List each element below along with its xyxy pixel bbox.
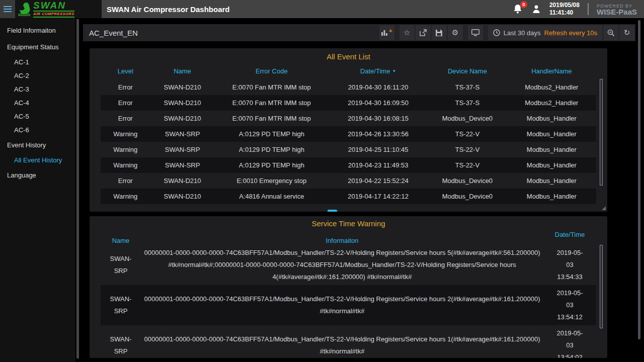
event-table-scrollbar[interactable] — [600, 79, 603, 186]
service-panel-title[interactable]: Service Time Warning — [90, 216, 607, 228]
notifications-button[interactable]: 0 — [513, 4, 523, 14]
event-cell-error-code: A:0129 PD TEMP high — [215, 146, 329, 153]
add-panel-icon — [381, 30, 388, 36]
service-table-header: NameInformaitonDate/Time — [101, 230, 596, 245]
event-cell-date-time: 2019-04-22 15:52:24 — [329, 177, 428, 185]
service-cell-datetime: 2019-05-03 13:54:02 — [543, 327, 596, 358]
event-cell-name: SWAN-D210 — [150, 115, 215, 122]
sidebar-item-event-history[interactable]: Event History — [0, 137, 75, 153]
dashboard-title[interactable]: AC_Event_EN — [83, 29, 138, 37]
add-panel-button[interactable]: + — [379, 25, 394, 40]
event-cell-level: Error — [101, 99, 150, 107]
service-table-body: SWAN-SRP00000001-0000-0000-0000-74C63BFF… — [101, 245, 596, 358]
logo-tagline-text: AIR COMPRESSORS — [33, 11, 74, 18]
tv-mode-button[interactable] — [468, 25, 483, 40]
event-table-header: LevelNameError CodeDate/Time▼Device Name… — [101, 64, 596, 78]
all-event-list-panel: All Event List LevelNameError CodeDate/T… — [90, 48, 607, 212]
share-button[interactable] — [416, 25, 431, 40]
service-cell-datetime: 2019-05-03 13:54:33 — [543, 247, 596, 283]
event-cell-device-name: Modbus_Device0 — [428, 177, 507, 185]
zoom-out-button[interactable] — [603, 25, 618, 40]
event-cell-handlername: Modbus2_Handler — [507, 83, 596, 91]
column-header-device-name[interactable]: Device Name — [428, 67, 507, 75]
datetime-display: 2019/05/08 11:41:40 — [549, 2, 580, 17]
event-panel-title[interactable]: All Event List — [90, 48, 607, 61]
pagination-page-3[interactable]: 3 — [360, 210, 369, 212]
event-row: ErrorSWAN-D210E:0070 Fan MTR IMM stop201… — [101, 111, 596, 126]
sidebar-item-ac-6[interactable]: AC-6 — [0, 123, 75, 137]
service-cell-name: SWAN-SRP — [101, 253, 141, 277]
service-table-scrollbar[interactable] — [600, 245, 603, 328]
event-cell-device-name: TS-37-S — [428, 99, 507, 107]
event-cell-error-code: A:0129 PD TEMP high — [215, 130, 329, 138]
column-header-name[interactable]: Name — [150, 67, 215, 75]
event-cell-handlername: Modbus_Handler — [507, 115, 596, 122]
refresh-interval-label[interactable]: Refresh every 10s — [544, 29, 598, 37]
sidebar-item-ac-3[interactable]: AC-3 — [0, 82, 75, 96]
event-cell-device-name: TS-22-V — [428, 146, 507, 153]
column-header-label: Device Name — [448, 67, 487, 75]
sidebar-item-equipment-status[interactable]: Equipment Status — [0, 39, 75, 55]
pagination-page-1[interactable]: 1 — [328, 210, 337, 212]
event-cell-error-code: A:0129 PD TEMP high — [215, 161, 329, 169]
event-cell-date-time: 2019-04-30 16:11:20 — [329, 83, 428, 91]
star-icon: ☆ — [404, 28, 410, 37]
dashboard-page: { "header": { "title": "SWAN Air Compres… — [0, 0, 644, 362]
event-cell-level: Error — [101, 83, 150, 91]
column-header-date-time[interactable]: Date/Time▼ — [329, 67, 428, 75]
service-cell-name: SWAN-SRP — [101, 293, 141, 317]
column-header-label: Level — [118, 67, 133, 75]
time-range-label[interactable]: Last 30 days — [504, 29, 541, 37]
zoom-out-icon — [607, 29, 615, 37]
sidebar-item-ac-1[interactable]: AC-1 — [0, 55, 75, 69]
refresh-icon: ↻ — [624, 28, 630, 37]
save-button[interactable] — [432, 25, 447, 40]
sidebar-item-all-event-history[interactable]: All Event History — [0, 153, 75, 167]
sidebar-item-ac-2[interactable]: AC-2 — [0, 69, 75, 82]
event-cell-device-name: Modbus_Device0 — [428, 193, 507, 200]
event-cell-device-name: TS-22-V — [428, 161, 507, 169]
event-cell-name: SWAN-D210 — [150, 177, 215, 185]
event-cell-handlername: Modbus_Handler — [507, 177, 596, 185]
event-row: WarningSWAN-SRPA:0129 PD TEMP high2019-0… — [101, 157, 596, 173]
event-cell-name: SWAN-SRP — [150, 161, 215, 169]
event-cell-error-code: E:0010 Emergency stop — [215, 177, 329, 185]
event-cell-name: SWAN-D210 — [150, 193, 215, 200]
sidebar-item-ac-4[interactable]: AC-4 — [0, 96, 75, 110]
event-cell-handlername: Modbus_Handler — [507, 146, 596, 153]
event-cell-date-time: 2019-04-23 11:49:53 — [329, 161, 428, 169]
time-text: 11:41:40 — [549, 9, 580, 17]
share-icon — [420, 29, 427, 36]
event-row: ErrorSWAN-D210E:0070 Fan MTR IMM stop201… — [101, 79, 596, 95]
event-cell-device-name: TS-37-S — [428, 83, 507, 91]
sidebar-item-ac-5[interactable]: AC-5 — [0, 110, 75, 123]
sidebar-scrollbar[interactable] — [76, 19, 79, 358]
hamburger-menu-icon[interactable] — [0, 0, 15, 18]
column-header-name[interactable]: Name — [101, 230, 141, 245]
sidebar-item-language[interactable]: Language — [0, 167, 75, 184]
event-row: ErrorSWAN-D210E:0070 Fan MTR IMM stop201… — [101, 95, 596, 111]
header-divider — [588, 3, 589, 15]
page-scrollbar[interactable] — [638, 20, 640, 339]
refresh-button[interactable]: ↻ — [619, 25, 634, 40]
monitor-icon — [471, 29, 479, 36]
panel-resize-handle[interactable] — [602, 206, 606, 210]
column-header-date-time[interactable]: Date/Time — [543, 230, 596, 245]
column-header-error-code[interactable]: Error Code — [215, 67, 329, 75]
top-header: SWAN AIR COMPRESSORS SWAN Air Compressor… — [0, 0, 644, 18]
column-header-handlername[interactable]: HandlerName — [507, 67, 596, 75]
event-cell-date-time: 2019-04-30 16:09:50 — [329, 99, 428, 107]
event-cell-error-code: E:0070 Fan MTR IMM stop — [215, 115, 329, 122]
column-header-informaiton[interactable]: Informaiton — [141, 230, 543, 245]
time-range-picker[interactable]: Last 30 days Refresh every 10s — [488, 25, 602, 40]
save-icon — [436, 30, 442, 36]
settings-button[interactable]: ⚙ — [448, 25, 463, 40]
event-cell-level: Warning — [101, 161, 150, 169]
swan-logo: SWAN AIR COMPRESSORS — [15, 0, 102, 18]
column-header-level[interactable]: Level — [101, 67, 150, 75]
event-cell-device-name: Modbus_Device0 — [428, 115, 507, 122]
sidebar-item-field-informaiton[interactable]: Field Informaiton — [0, 22, 75, 39]
star-button[interactable]: ☆ — [399, 25, 415, 40]
pagination-page-2[interactable]: 2 — [344, 210, 353, 212]
user-icon[interactable] — [531, 4, 541, 14]
